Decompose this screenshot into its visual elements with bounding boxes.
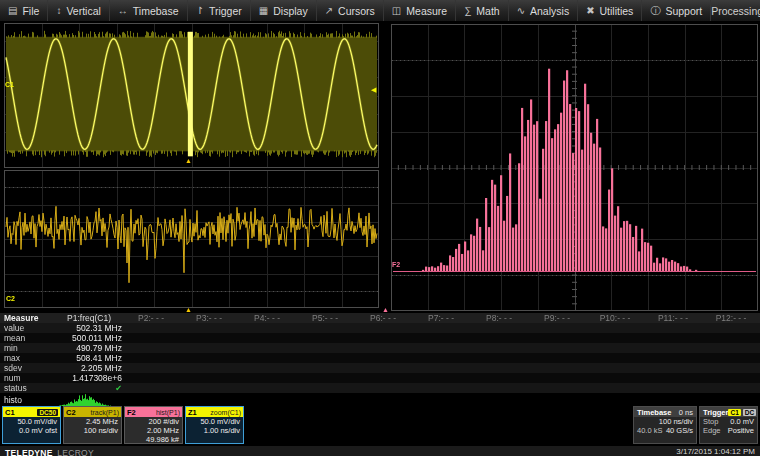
trigger-type: Edge [703, 426, 721, 435]
row-label: sdev [0, 363, 56, 373]
analysis-icon: ∿ [517, 6, 525, 16]
processing-label: Processing: [711, 5, 760, 17]
c2-id: C2 [66, 408, 76, 417]
table-row-status: status ✔ [0, 383, 760, 393]
menu-item-label: Display [273, 5, 307, 17]
c2-zero-level-label[interactable]: C2 [6, 295, 15, 302]
menu-item-math[interactable]: ∑ Math [456, 0, 508, 21]
trigger-box[interactable]: Trigger C1 DC Stop 0.0 mV Edge Positive [699, 406, 758, 444]
table-row-value: value 502.31 MHz [0, 323, 760, 333]
p11-header-cell[interactable]: P11:- - - [644, 313, 702, 323]
row-label: value [0, 323, 56, 333]
trigger-icon: ↾ [196, 6, 204, 16]
menu-item-utilities[interactable]: ✖ Utilities [578, 0, 642, 21]
histo-strip: histo [0, 393, 760, 406]
f2-title: hist(P1) [156, 409, 180, 416]
z1-timebase: 1.00 ns/div [186, 427, 240, 436]
menu-item-label: Vertical [66, 5, 100, 17]
trigger-level-marker[interactable]: ◀ [371, 86, 376, 93]
timebase-title: Timebase [637, 408, 671, 417]
f2-histogram-panel[interactable] [391, 24, 758, 311]
menu-item-analysis[interactable]: ∿ Analysis [509, 0, 579, 21]
timebase-samples: 40.0 kS [637, 426, 662, 435]
menu-item-trigger[interactable]: ↾ Trigger [188, 0, 251, 21]
p1-header-cell[interactable]: P1:freq(C1) [56, 313, 122, 323]
menu-item-label: Analysis [530, 5, 569, 17]
p4-header-cell[interactable]: P4:- - - [238, 313, 296, 323]
c2-descriptor-box[interactable]: C2 track(P1) 2.45 MHz 100 ns/div [63, 406, 122, 444]
menu-item-label: Cursors [338, 5, 375, 17]
trigger-coupling-badge: DC [743, 409, 756, 416]
status-ok-icon: ✔ [115, 384, 122, 393]
timebase-position: 0 ns [679, 408, 693, 417]
f2-position-marker[interactable]: ▲ [382, 306, 389, 313]
timebase-rate: 40 GS/s [666, 426, 693, 435]
timebase-icon: ↔ [118, 6, 128, 16]
menu-item-display[interactable]: ▦ Display [251, 0, 317, 21]
table-row-max: max 508.41 MHz [0, 353, 760, 363]
zoom-position-marker[interactable]: ▲ [185, 157, 192, 164]
c2-title: track(P1) [91, 409, 119, 416]
table-row-min: min 490.79 MHz [0, 343, 760, 353]
table-row-mean: mean 500.011 MHz [0, 333, 760, 343]
z1-descriptor-box[interactable]: Z1 zoom(C1) 50.0 mV/div 1.00 ns/div [185, 406, 244, 444]
c2-track-panel[interactable] [4, 170, 379, 308]
p1-value: 1.417308e+6 [56, 373, 122, 383]
menu-item-file[interactable]: ▤ File [0, 0, 48, 21]
brand-bold: TELEDYNE [5, 448, 53, 456]
menu-item-timebase[interactable]: ↔ Timebase [110, 0, 188, 21]
p10-header-cell[interactable]: P10:- - - [586, 313, 644, 323]
f2-descriptor-box[interactable]: F2 hist(P1) 200 #/div 2.00 MHz 49.986 k# [124, 406, 183, 444]
measure-header-cell: Measure [0, 313, 56, 323]
menu-item-support[interactable]: ⓘ Support [642, 0, 711, 21]
trigger-slope: Positive [728, 426, 754, 435]
table-row-sdev: sdev 2.205 MHz [0, 363, 760, 373]
z1-id: Z1 [188, 408, 197, 417]
p2-header-cell[interactable]: P2:- - - [122, 313, 180, 323]
file-icon: ▤ [8, 6, 17, 16]
f2-zero-level-label[interactable]: F2 [392, 261, 400, 268]
c1-id: C1 [5, 408, 15, 417]
p1-value: 508.41 MHz [56, 353, 122, 363]
p6-header-cell[interactable]: P6:- - - [354, 313, 412, 323]
f2-count: 49.986 k# [125, 436, 179, 445]
menu-item-vertical[interactable]: ↕ Vertical [48, 0, 109, 21]
vertical-icon: ↕ [56, 6, 61, 16]
row-label: status [0, 383, 56, 393]
p8-header-cell[interactable]: P8:- - - [470, 313, 528, 323]
measure-icon: ◫ [392, 6, 401, 16]
row-label: num [0, 373, 56, 383]
measure-table: Measure P1:freq(C1) P2:- - - P3:- - - P4… [0, 313, 760, 393]
menu-item-measure[interactable]: ◫ Measure [384, 0, 456, 21]
p9-header-cell[interactable]: P9:- - - [528, 313, 586, 323]
p5-header-cell[interactable]: P5:- - - [296, 313, 354, 323]
row-label: mean [0, 333, 56, 343]
menu-item-cursors[interactable]: ↗ Cursors [317, 0, 384, 21]
menu-item-label: Timebase [133, 5, 179, 17]
display-icon: ▦ [259, 6, 268, 16]
c1-descriptor-box[interactable]: C1 DC50 50.0 mV/div 0.0 mV ofst [2, 406, 61, 444]
p7-header-cell[interactable]: P7:- - - [412, 313, 470, 323]
p3-header-cell[interactable]: P3:- - - [180, 313, 238, 323]
p1-value: 490.79 MHz [56, 343, 122, 353]
menu-item-label: File [22, 5, 39, 17]
c1-waveform-panel[interactable] [4, 23, 379, 168]
trigger-title: Trigger [703, 408, 728, 417]
row-label: max [0, 353, 56, 363]
trigger-position-marker[interactable]: ▲ [185, 306, 192, 313]
timebase-box[interactable]: Timebase 0 ns 100 ns/div 40.0 kS 40 GS/s [633, 406, 697, 444]
utilities-icon: ✖ [586, 6, 594, 16]
trigger-mode: Stop [703, 417, 718, 426]
menu-bar: ▤ File ↕ Vertical ↔ Timebase ↾ Trigger ▦… [0, 0, 760, 22]
menu-item-label: Math [476, 5, 499, 17]
histo-thumbnail[interactable] [52, 393, 116, 406]
c1-zero-level-label[interactable]: C1 [5, 81, 14, 88]
measure-table-header: Measure P1:freq(C1) P2:- - - P3:- - - P4… [0, 313, 760, 323]
trigger-level: 0.0 mV [730, 417, 754, 426]
p1-value: 502.31 MHz [56, 323, 122, 333]
status-bar: TELEDYNE LECROY 3/17/2015 1:04:12 PM [0, 445, 760, 456]
math-icon: ∑ [464, 6, 471, 16]
p12-header-cell[interactable]: P12:- - - [702, 313, 760, 323]
menu-item-label: Measure [406, 5, 447, 17]
menu-item-label: Utilities [600, 5, 634, 17]
